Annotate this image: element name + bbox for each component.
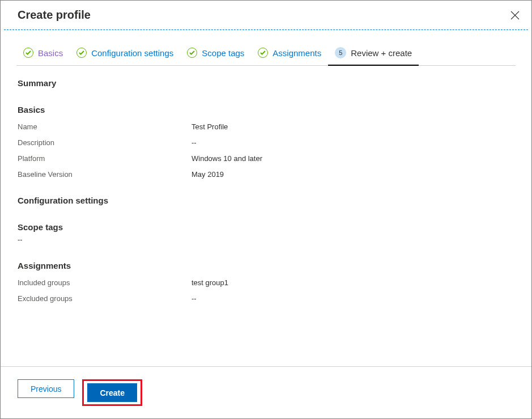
close-icon (510, 11, 520, 20)
check-icon (187, 48, 197, 58)
close-button[interactable] (510, 10, 520, 20)
tab-review-create[interactable]: 5 Review + create (328, 47, 419, 65)
basics-row: Baseline Version May 2019 (18, 170, 514, 179)
field-label: Excluded groups (18, 294, 191, 303)
check-icon (23, 48, 33, 58)
wizard-footer: Previous Create (1, 366, 531, 418)
summary-heading: Summary (18, 78, 514, 88)
basics-row: Platform Windows 10 and later (18, 154, 514, 163)
check-icon (76, 48, 87, 58)
page-title: Create profile (18, 9, 91, 22)
divider-dashed (4, 29, 528, 30)
previous-button[interactable]: Previous (18, 379, 74, 398)
field-value: Windows 10 and later (191, 154, 262, 163)
create-highlight: Create (82, 379, 142, 406)
field-label: Included groups (18, 278, 191, 287)
basics-row: Name Test Profile (18, 122, 514, 131)
field-label: Baseline Version (18, 170, 191, 179)
content-area: Summary Basics Name Test Profile Descrip… (1, 66, 531, 382)
field-label: Name (18, 122, 191, 131)
tab-assignments[interactable]: Assignments (251, 48, 328, 65)
tab-label: Assignments (273, 48, 321, 58)
basics-row: Description -- (18, 138, 514, 147)
field-value: Test Profile (191, 122, 228, 131)
scope-heading: Scope tags (18, 222, 514, 232)
field-value: -- (191, 138, 197, 147)
wizard-tabs: Basics Configuration settings Scope tags… (16, 47, 516, 66)
tab-label: Scope tags (202, 48, 244, 58)
tab-label: Basics (38, 48, 63, 58)
tab-scope-tags[interactable]: Scope tags (180, 48, 251, 65)
scope-value: -- (18, 235, 514, 244)
create-button[interactable]: Create (87, 383, 137, 402)
field-label: Platform (18, 154, 191, 163)
field-value: test group1 (191, 278, 228, 287)
field-value: May 2019 (191, 170, 224, 179)
tab-basics[interactable]: Basics (16, 48, 70, 65)
step-number-badge: 5 (335, 47, 346, 58)
assignments-heading: Assignments (18, 261, 514, 270)
config-heading: Configuration settings (18, 196, 514, 205)
tab-label: Configuration settings (91, 48, 173, 58)
assignments-row: Included groups test group1 (18, 278, 514, 287)
check-icon (258, 48, 268, 58)
field-label: Description (18, 138, 191, 147)
field-value: -- (191, 294, 197, 303)
tab-label: Review + create (351, 48, 412, 58)
assignments-row: Excluded groups -- (18, 294, 514, 303)
basics-heading: Basics (18, 105, 514, 115)
tab-configuration[interactable]: Configuration settings (70, 48, 180, 65)
